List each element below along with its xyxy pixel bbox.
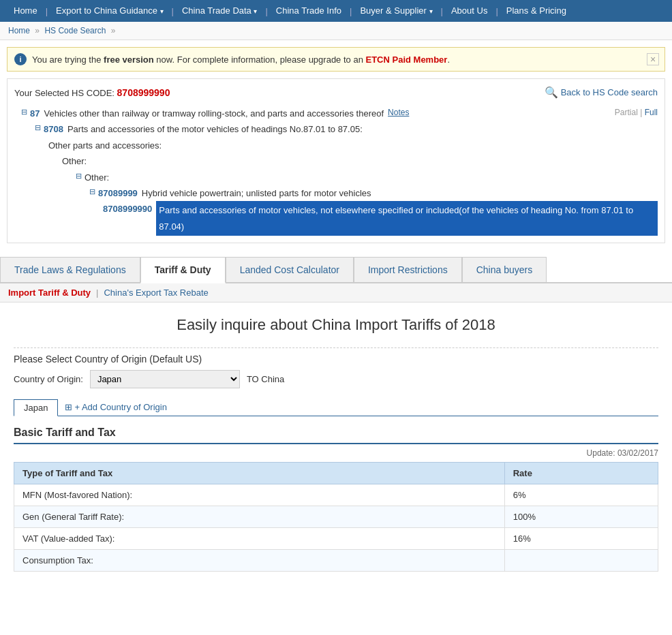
banner-text-after: now. For complete information, please up… [154,55,366,65]
nav-plans[interactable]: Plans & Pricing [500,0,573,22]
table-row: VAT (Value-added Tax): 16% [14,528,658,550]
hs-code-value: 8708999990 [117,87,170,98]
tree-row-8708999990: 8708999990 Parts and accessories of moto… [103,201,658,236]
tariff-type-consumption: Consumption Tax: [14,550,505,572]
sub-tab-import-tariff[interactable]: Import Tariff & Duty [8,288,91,298]
tariff-rate-consumption [504,550,658,572]
nav-about[interactable]: About Us [444,0,494,22]
tree-notes-87[interactable]: Notes [388,106,409,121]
breadcrumb-sep1: » [35,26,40,35]
hs-code-title: Your Selected HS CODE: 8708999990 [14,87,170,98]
tariff-rate-vat: 16% [504,528,658,550]
banner-text-before: You are trying the [32,55,104,65]
tariff-header-rate: Rate [504,463,658,484]
nav-trade-data[interactable]: China Trade Data ▾ [175,0,264,22]
tree-row-other-parts: Other parts and accessories: [48,138,658,153]
tariff-type-gen: Gen (General Tariff Rate): [14,506,505,528]
top-nav: Home | Export to China Guidance ▾ | Chin… [0,0,672,22]
tariff-table: Type of Tariff and Tax Rate MFN (Most-fa… [14,462,658,572]
tariff-rate-gen: 100% [504,506,658,528]
to-china-text: TO China [247,374,284,384]
nav-buyer-arrow: ▾ [429,7,433,15]
tariff-header-type: Type of Tariff and Tax [14,463,505,484]
banner-text-end: . [447,55,450,65]
country-row: Country of Origin: Japan United States G… [14,370,658,388]
country-select[interactable]: Japan United States Germany [90,370,240,388]
tree-code-8708999990: 8708999990 [103,201,152,217]
tree-row-87: ⊟ 87 Vehicles other than railway or tram… [21,106,658,121]
tab-import-restrictions[interactable]: Import Restrictions [354,257,462,282]
divider-1 [14,347,658,348]
nav-export[interactable]: Export to China Guidance ▾ [49,0,170,22]
add-country-text: + Add Country of Origin [74,402,167,412]
banner-close-button[interactable]: × [647,53,659,65]
update-date: Update: 03/02/2017 [14,448,658,458]
back-to-hs-search-link[interactable]: 🔍 Back to HS Code search [545,86,658,99]
tree-partial-87: Partial | Full [615,106,658,121]
tariff-rate-mfn: 6% [504,484,658,506]
banner-text: You are trying the free version now. For… [32,55,450,65]
tree-row-other-4: ⊟ Other: [76,170,658,185]
breadcrumb-hs-search[interactable]: HS Code Search [44,26,106,35]
hs-code-box: Your Selected HS CODE: 8708999990 🔍 Back… [7,78,665,243]
tree-desc-87089999: Hybrid vehicle powertrain; unlisted part… [142,185,371,201]
tree-row-8708: ⊟ 8708 Parts and accessories of the moto… [35,121,658,137]
nav-trade-info[interactable]: China Trade Info [269,0,348,22]
tree-toggle-8708[interactable]: ⊟ [35,121,41,135]
tree-toggle-87[interactable]: ⊟ [21,106,27,119]
tab-china-buyers[interactable]: China buyers [462,257,547,282]
country-section-label: Please Select Country of Origin (Default… [14,354,658,365]
back-icon: 🔍 [545,86,558,99]
nav-home[interactable]: Home [7,0,44,22]
tree-desc-8708: Parts and accessories of the motor vehic… [67,121,363,137]
tree-code-8708: 8708 [44,121,63,137]
tree-toggle-87089999[interactable]: ⊟ [89,185,95,199]
nav-buyer-supplier[interactable]: Buyer & Supplier ▾ [353,0,439,22]
tree-desc-other-parts: Other parts and accessories: [48,138,162,153]
hs-tree: ⊟ 87 Vehicles other than railway or tram… [14,106,658,236]
tree-full-87[interactable]: Full [645,108,658,117]
tree-desc-other-3: Other: [62,153,87,169]
tariff-type-mfn: MFN (Most-favored Nation): [14,484,505,506]
back-link-text: Back to HS Code search [561,87,658,97]
main-tabs: Trade Laws & Regulations Tariff & Duty L… [0,257,672,283]
country-tab-bar: Japan ⊞ + Add Country of Origin [14,399,658,416]
table-row: Consumption Tax: [14,550,658,572]
basic-tariff-section: Basic Tariff and Tax Update: 03/02/2017 … [14,427,658,572]
hs-code-prefix: Your Selected HS CODE: [14,88,114,98]
table-row: Gen (General Tariff Rate): 100% [14,506,658,528]
tree-desc-8708999990-highlight: Parts and accessories of motor vehicles,… [156,201,658,236]
add-country-icon: ⊞ [65,402,72,412]
tab-tariff-duty[interactable]: Tariff & Duty [140,257,226,283]
sub-tab-separator: | [96,288,98,298]
tab-landed-cost[interactable]: Landed Cost Calculator [226,257,354,282]
add-country-button[interactable]: ⊞ + Add Country of Origin [65,402,167,412]
breadcrumb: Home » HS Code Search » [0,22,672,40]
paid-member-link[interactable]: ETCN Paid Member [366,55,448,65]
free-version-text: free version [104,55,154,65]
main-content: Easily inquire about China Import Tariff… [0,303,672,585]
sub-tab-export-rebate[interactable]: China's Export Tax Rebate [104,288,208,298]
tree-toggle-other-4[interactable]: ⊟ [76,170,82,183]
tariff-table-header-row: Type of Tariff and Tax Rate [14,463,658,484]
tree-desc-other-4: Other: [85,170,109,185]
country-of-origin-label: Country of Origin: [14,374,83,384]
info-icon: i [14,53,27,65]
basic-tariff-title: Basic Tariff and Tax [14,427,658,444]
tree-row-87089999: ⊟ 87089999 Hybrid vehicle powertrain; un… [89,185,658,201]
nav-trade-data-arrow: ▾ [254,7,257,15]
tree-code-87089999: 87089999 [98,185,138,201]
page-title: Easily inquire about China Import Tariff… [14,316,658,334]
tree-code-87: 87 [30,106,40,121]
hs-code-header: Your Selected HS CODE: 8708999990 🔍 Back… [14,86,658,99]
breadcrumb-sep2: » [111,26,116,35]
nav-export-arrow: ▾ [160,7,164,15]
country-tab-japan[interactable]: Japan [14,399,58,416]
tariff-table-body: MFN (Most-favored Nation): 6% Gen (Gener… [14,484,658,572]
tree-row-other-3: Other: [62,153,658,169]
info-banner: i You are trying the free version now. F… [7,47,665,72]
sub-tabs: Import Tariff & Duty | China's Export Ta… [0,283,672,303]
tab-trade-laws[interactable]: Trade Laws & Regulations [0,257,140,282]
country-section: Please Select Country of Origin (Default… [14,354,658,388]
breadcrumb-home[interactable]: Home [8,26,30,35]
